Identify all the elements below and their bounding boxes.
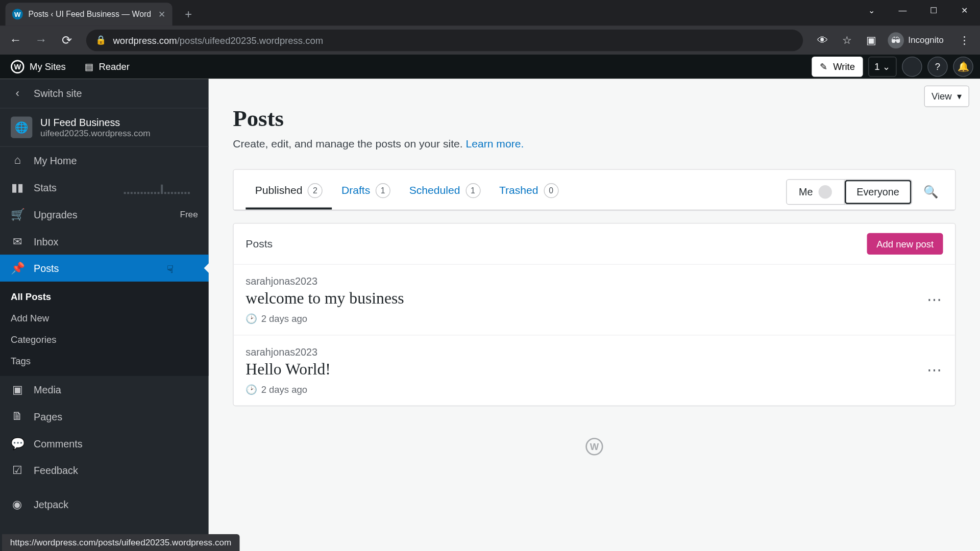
post-author: sarahjonas2023 [246,276,404,287]
globe-icon: 🌐 [11,116,32,138]
switch-site[interactable]: ‹ Switch site [0,79,209,108]
sidebar: ‹ Switch site 🌐 UI Feed Business uifeed2… [0,79,209,551]
home-icon: ⌂ [11,154,24,167]
tabs-card: Published2 Drafts1 Scheduled1 Trashed0 M… [233,169,955,211]
avatar[interactable] [902,57,922,77]
sidebar-item-inbox[interactable]: ✉Inbox [0,228,209,255]
add-new-post-button[interactable]: Add new post [867,233,943,255]
comment-icon: 💬 [11,436,24,450]
sidebar-item-pages[interactable]: 🗎Pages [0,403,209,430]
wordpress-logo-icon: W [11,60,24,73]
close-tab-icon[interactable]: ✕ [158,9,166,19]
page-subtitle: Create, edit, and manage the posts on yo… [233,138,955,151]
tab-drafts[interactable]: Drafts1 [332,174,400,210]
new-tab-button[interactable]: + [179,5,198,23]
incognito-badge[interactable]: 🕶 Incognito [885,32,950,48]
write-button[interactable]: ✎ Write [812,57,863,77]
submenu-categories[interactable]: Categories [0,329,209,350]
sidebar-item-comments[interactable]: 💬Comments [0,430,209,457]
browser-menu-icon[interactable]: ⋮ [954,30,975,51]
wordpress-logo-icon: W [585,438,603,455]
sidebar-item-stats[interactable]: ▮▮ Stats [0,174,209,201]
status-tooltip: https://wordpress.com/posts/uifeed20235.… [2,534,239,551]
url-bar[interactable]: 🔒 wordpress.com/posts/uifeed20235.wordpr… [86,29,803,51]
tab-scheduled[interactable]: Scheduled1 [400,174,489,210]
tab-title: Posts ‹ UI Feed Business — Word [28,9,151,18]
sidebar-item-upgrades[interactable]: 🛒UpgradesFree [0,201,209,228]
post-title: Hello World! [246,360,331,379]
page-icon: 🗎 [11,410,24,423]
main-content: View ▾ Posts Create, edit, and manage th… [209,79,980,551]
filter-me-button[interactable]: Me [787,180,844,204]
wordpress-favicon-icon: W [12,9,23,19]
url-path: /posts/uifeed20235.wordpress.com [177,35,323,45]
pen-icon: ✎ [820,61,828,72]
sidebar-item-posts[interactable]: 📌Posts [0,255,209,282]
chevron-down-icon: ⌄ [883,61,891,72]
upgrades-badge: Free [180,209,198,219]
count-pill: 1 [465,183,480,198]
tracking-off-icon[interactable]: 👁 [813,30,833,51]
notification-count[interactable]: 1 ⌄ [868,57,896,77]
submenu-all-posts[interactable]: All Posts [0,286,209,307]
incognito-icon: 🕶 [888,32,904,48]
cart-icon: 🛒 [11,207,24,221]
site-info[interactable]: 🌐 UI Feed Business uifeed20235.wordpress… [0,109,209,147]
filter-everyone-button[interactable]: Everyone [844,180,911,204]
chevron-left-icon: ‹ [11,87,24,100]
clock-icon: 🕑 [246,384,257,395]
more-icon[interactable]: ⋯ [927,362,943,379]
pin-icon: 📌 [11,261,24,276]
sidebar-item-feedback[interactable]: ☑Feedback [0,457,209,484]
posts-card-title: Posts [246,238,273,250]
wp-footer-logo: W [209,435,980,456]
feedback-icon: ☑ [11,463,24,478]
my-sites-link[interactable]: W My Sites [7,55,70,79]
bell-icon[interactable]: 🔔 [953,57,973,77]
reader-icon: ▤ [85,61,93,72]
minimize-icon[interactable]: ― [887,0,918,21]
site-url: uifeed20235.wordpress.com [40,128,150,138]
stats-icon: ▮▮ [11,180,24,194]
reader-link[interactable]: ▤ Reader [81,55,134,79]
maximize-icon[interactable]: ☐ [918,0,949,21]
post-row[interactable]: sarahjonas2023 Hello World! 🕑2 days ago … [234,336,955,406]
count-pill: 0 [544,183,558,198]
post-author: sarahjonas2023 [246,346,331,358]
stats-sparkline [124,181,198,194]
tab-dropdown-icon[interactable]: ⌄ [856,0,887,21]
more-icon[interactable]: ⋯ [927,291,943,308]
avatar-mini-icon [818,185,831,198]
page-title: Posts [233,106,955,131]
browser-chrome: W Posts ‹ UI Feed Business — Word ✕ + ⌄ … [0,0,980,55]
browser-tab[interactable]: W Posts ‹ UI Feed Business — Word ✕ [6,3,173,26]
view-dropdown[interactable]: View ▾ [924,86,969,107]
count-pill: 2 [308,183,323,198]
submenu-add-new[interactable]: Add New [0,307,209,329]
extensions-icon[interactable]: ▣ [861,30,881,51]
posts-card: Posts Add new post sarahjonas2023 welcom… [233,223,955,406]
post-date: 2 days ago [261,313,307,324]
sidebar-item-media[interactable]: ▣Media [0,376,209,403]
tab-trashed[interactable]: Trashed0 [489,174,568,210]
post-date: 2 days ago [261,384,307,395]
url-domain: wordpress.com [113,35,177,45]
sidebar-item-jetpack[interactable]: ◉Jetpack [0,490,209,517]
help-icon[interactable]: ? [927,57,948,77]
submenu-tags[interactable]: Tags [0,350,209,372]
reload-icon[interactable]: ⟳ [57,30,77,51]
learn-more-link[interactable]: Learn more. [466,138,524,149]
chevron-down-icon: ▾ [957,91,962,102]
post-title: welcome to my business [246,290,404,308]
search-icon[interactable]: 🔍 [919,180,943,204]
back-icon[interactable]: ← [6,30,26,51]
sidebar-item-my-home[interactable]: ⌂My Home [0,147,209,174]
close-window-icon[interactable]: ✕ [949,0,980,21]
count-pill: 1 [376,183,390,198]
post-row[interactable]: sarahjonas2023 welcome to my business 🕑2… [234,265,955,336]
media-icon: ▣ [11,382,24,396]
tab-published[interactable]: Published2 [246,174,332,210]
posts-submenu: All Posts Add New Categories Tags [0,282,209,376]
site-name: UI Feed Business [40,116,150,128]
bookmark-icon[interactable]: ☆ [837,30,857,51]
